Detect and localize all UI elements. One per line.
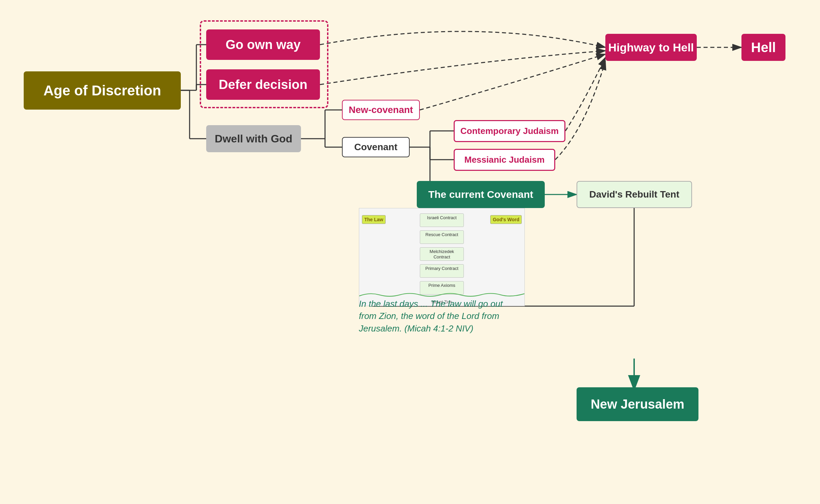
gods-word-label: God's Word — [490, 215, 522, 224]
messianic-judaism-node: Messianic Judaism — [454, 149, 555, 171]
age-of-discretion-node: Age of Discretion — [24, 71, 181, 110]
contemporary-judaism-node: Contemporary Judaism — [454, 120, 565, 142]
mount-zion-diagram: The Law God's Word Israeli Contract Resc… — [359, 208, 525, 306]
new-covenant-node: New-covenant — [342, 100, 420, 120]
dwell-with-god-node: Dwell with God — [206, 125, 301, 152]
hell-node: Hell — [741, 34, 785, 61]
new-jerusalem-node: New Jerusalem — [577, 387, 698, 421]
highway-to-hell-node: Highway to Hell — [605, 34, 697, 61]
current-covenant-node: The current Covenant — [417, 181, 545, 208]
the-law-label: The Law — [362, 215, 386, 224]
israeli-contract-block: Israeli Contract — [420, 213, 464, 227]
defer-decision-node: Defer decision — [206, 69, 320, 100]
primary-contract-block: Primary Contract — [420, 264, 464, 278]
covenant-node: Covenant — [342, 137, 410, 157]
rescue-contract-block: Rescue Contract — [420, 230, 464, 244]
go-own-way-node: Go own way — [206, 29, 320, 60]
mount-zion-line — [359, 291, 524, 298]
davids-rebuilt-tent-node: David's Rebuilt Tent — [577, 181, 692, 208]
quote-text: In the last days ... The law will go out… — [359, 298, 515, 335]
melchizedek-contract-block: Melchizedek Contract — [420, 247, 464, 261]
